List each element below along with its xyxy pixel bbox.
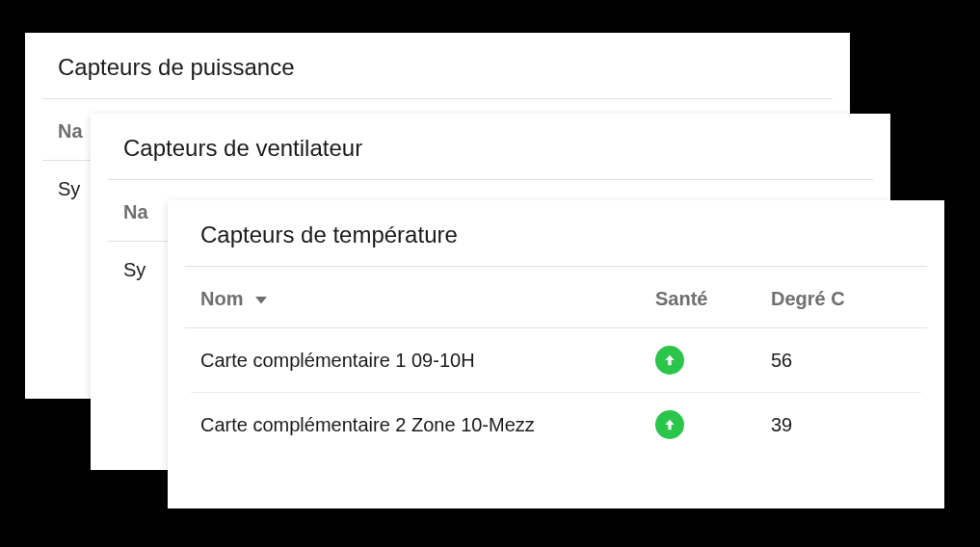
- column-header-degree[interactable]: Degré C: [771, 288, 896, 310]
- temperature-sensors-card: Capteurs de température Nom Santé Degré …: [168, 200, 944, 508]
- card-title: Capteurs de ventilateur: [91, 114, 890, 179]
- table-row: Carte complémentaire 2 Zone 10-Mezz 39: [168, 393, 944, 456]
- health-ok-icon: [655, 410, 684, 439]
- sort-desc-icon: [252, 291, 270, 308]
- cell-health: [655, 410, 771, 439]
- table-header: Nom Santé Degré C: [168, 267, 944, 327]
- cell-name: Carte complémentaire 1 09-10H: [200, 350, 655, 372]
- health-ok-icon: [655, 346, 684, 375]
- table-row: Carte complémentaire 1 09-10H 56: [168, 328, 944, 392]
- column-header-health[interactable]: Santé: [655, 288, 771, 310]
- card-title: Capteurs de puissance: [25, 33, 850, 98]
- card-title: Capteurs de température: [168, 200, 944, 266]
- column-header-name[interactable]: Nom: [200, 288, 428, 310]
- column-header-name-label: Nom: [200, 288, 243, 310]
- cell-health: [655, 346, 771, 375]
- cell-degree: 39: [771, 414, 896, 436]
- cell-degree: 56: [771, 350, 896, 372]
- cell-name: Carte complémentaire 2 Zone 10-Mezz: [200, 414, 655, 436]
